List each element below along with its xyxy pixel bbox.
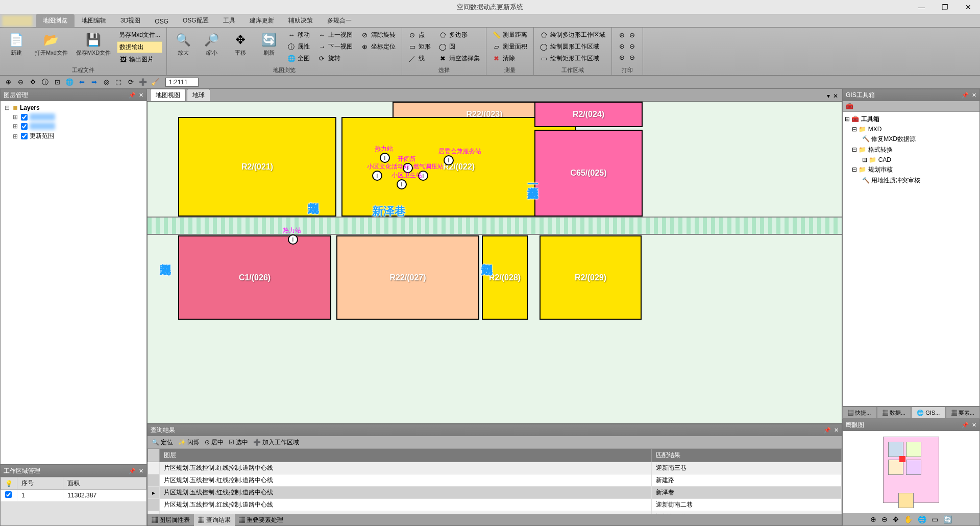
new-button[interactable]: 📄新建	[4, 30, 29, 59]
ribbon-tab-5[interactable]: 工具	[216, 14, 242, 27]
toolbox-node[interactable]: 🔨 修复MXD数据源	[845, 134, 977, 145]
tb-zoomin-icon[interactable]: ⊕	[3, 77, 13, 87]
workarea-row[interactable]: 111302.387	[1, 490, 146, 501]
print-full-button[interactable]: ⊕ ⊖	[616, 52, 639, 62]
rotate-button[interactable]: ⟳旋转	[316, 53, 355, 64]
ov-zoomin-icon[interactable]: ⊕	[870, 515, 876, 523]
parcel[interactable]: R22/(027)	[336, 235, 479, 320]
close-icon[interactable]: ✕	[834, 427, 839, 434]
close-icon[interactable]: ✕	[972, 92, 976, 99]
toolbox-node[interactable]: ⊟ 📁 CAD	[845, 155, 977, 164]
parcel[interactable]: C1/(026)	[178, 235, 331, 320]
query-row[interactable]: 片区规划.五线控制.红线控制.道路中心线新建路	[148, 474, 842, 487]
export-image-button[interactable]: 🖼输出图片	[117, 54, 162, 65]
query-row[interactable]: ▸片区规划.五线控制.红线控制.道路中心线新泽巷	[148, 487, 842, 499]
tb-full-icon[interactable]: ⊡	[52, 77, 62, 87]
tb-target-icon[interactable]: ◎	[101, 77, 111, 87]
poi-point[interactable]: I	[372, 171, 382, 181]
toolbox-node[interactable]: ⊟ 📁 规划审核	[845, 164, 977, 175]
poi-point[interactable]: I	[397, 179, 407, 189]
poi-point[interactable]: I	[380, 153, 390, 163]
tb-identify-icon[interactable]: ⓘ	[40, 77, 50, 87]
draw-circle-wa-button[interactable]: ◯绘制圆形工作区域	[538, 41, 607, 52]
window-minimize[interactable]: —	[910, 0, 933, 14]
pin-icon[interactable]: 📌	[962, 92, 969, 99]
toolbox-node[interactable]: 🔨 用地性质冲突审核	[845, 175, 977, 186]
print-zoomin-button[interactable]: ⊕ ⊖	[616, 30, 639, 40]
bottom-tab-2[interactable]: ▦ 重叠要素处理	[235, 514, 287, 526]
tb-clear-icon[interactable]: 🧹	[150, 77, 160, 87]
attributes-button[interactable]: ⓘ属性	[285, 41, 312, 52]
query-select-button[interactable]: ☑ 选中	[229, 438, 248, 447]
query-row[interactable]: 片区规划.五线控制.红线控制.道路中心线迎新街南二巷	[148, 499, 842, 511]
layer-check-2[interactable]	[21, 133, 28, 139]
prev-view-button[interactable]: ←上一视图	[316, 30, 355, 40]
tb-zoomout-icon[interactable]: ⊖	[15, 77, 26, 87]
tab-map-view[interactable]: 地图视图	[150, 89, 186, 101]
export-data-button[interactable]: 数据输出	[117, 41, 162, 53]
right-tab-3[interactable]: ▦ 要素...	[946, 407, 981, 419]
ov-globe-icon[interactable]: 🌐	[918, 515, 926, 523]
right-tab-0[interactable]: ▦ 快捷...	[842, 407, 877, 419]
close-icon[interactable]: ✕	[139, 468, 143, 474]
query-center-button[interactable]: ⊙ 居中	[205, 438, 224, 447]
tab-globe[interactable]: 地球	[187, 89, 210, 101]
move-button[interactable]: ↔移动	[285, 30, 312, 40]
ov-refresh-icon[interactable]: 🔄	[943, 515, 952, 523]
toolbox-node[interactable]: ⊟ 📁 格式转换	[845, 145, 977, 155]
tb-select-icon[interactable]: ⬚	[113, 77, 124, 87]
open-mxd-button[interactable]: 📂打开Mxd文件	[33, 30, 70, 59]
print-zoomout-button[interactable]: ⊕ ⊖	[616, 41, 639, 51]
overview-map[interactable]	[843, 431, 979, 513]
window-maximize[interactable]: ❐	[933, 0, 957, 14]
layer-check-1[interactable]	[21, 123, 28, 130]
ov-rect-icon[interactable]: ▭	[932, 515, 938, 523]
pin-icon[interactable]: 📌	[129, 468, 136, 474]
tb-next-icon[interactable]: ➡	[89, 77, 99, 87]
pin-icon[interactable]: 📌	[129, 92, 136, 99]
measure-clear-button[interactable]: ✖清除	[491, 53, 529, 64]
pin-icon[interactable]: 📌	[824, 427, 831, 434]
ribbon-tab-3[interactable]: OSG	[148, 16, 176, 27]
ribbon-tab-7[interactable]: 辅助决策	[281, 14, 320, 27]
ribbon-tab-4[interactable]: OSG配置	[176, 14, 216, 27]
full-extent-button[interactable]: 🌐全图	[285, 53, 312, 64]
measure-distance-button[interactable]: 📏测量距离	[491, 30, 529, 40]
bottom-tab-1[interactable]: ▦ 查询结果	[194, 514, 234, 526]
pan-button[interactable]: ✥平移	[228, 30, 253, 59]
poi-point[interactable]: I	[288, 234, 298, 245]
poi-point[interactable]: I	[444, 155, 454, 165]
right-tab-1[interactable]: ▦ 数据...	[877, 407, 912, 419]
zoomin-button[interactable]: 🔍放大	[171, 30, 195, 59]
refresh-button[interactable]: 🔄刷新	[257, 30, 281, 59]
tb-rotate-icon[interactable]: ⟳	[126, 77, 136, 87]
window-close[interactable]: ✕	[957, 0, 980, 14]
next-view-button[interactable]: →下一视图	[316, 41, 355, 52]
draw-polygon-wa-button[interactable]: ⬠绘制多边形工作区域	[538, 30, 607, 40]
select-polygon-button[interactable]: ⬠多边形	[437, 30, 482, 40]
ov-zoomout-icon[interactable]: ⊖	[881, 515, 888, 523]
select-circle-button[interactable]: ◯圆	[437, 41, 482, 52]
ov-hand-icon[interactable]: ✋	[904, 515, 913, 523]
query-add-workarea-button[interactable]: ➕ 加入工作区域	[253, 438, 299, 447]
coord-locate-button[interactable]: ⊕坐标定位	[359, 41, 398, 52]
right-tab-2[interactable]: 🌐 GIS...	[911, 407, 946, 419]
parcel[interactable]: R2/(028)	[482, 235, 528, 320]
toolbox-add-icon[interactable]: 🧰	[846, 103, 853, 110]
select-point-button[interactable]: ⊙点	[406, 30, 433, 40]
scale-combo[interactable]: 1:2111	[165, 78, 199, 87]
tb-pan-icon[interactable]: ✥	[28, 77, 38, 87]
ribbon-tab-0[interactable]: 地图浏览	[36, 14, 75, 27]
parcel[interactable]: R2/(029)	[540, 235, 642, 320]
saveas-mxd-button[interactable]: 另存Mxd文件...	[117, 30, 162, 40]
save-mxd-button[interactable]: 💾保存MXD文件	[74, 30, 113, 59]
tb-globe-icon[interactable]: 🌐	[64, 77, 75, 87]
bottom-tab-0[interactable]: ▦ 图层属性表	[148, 514, 194, 526]
parcel[interactable]: R2/(024)	[534, 102, 643, 127]
ribbon-tab-8[interactable]: 多规合一	[320, 14, 359, 27]
zoomout-button[interactable]: 🔎缩小	[200, 30, 224, 59]
parcel[interactable]: C65/(025)	[534, 130, 643, 217]
close-icon[interactable]: ✕	[972, 422, 976, 428]
ribbon-tab-2[interactable]: 3D视图	[113, 14, 148, 27]
query-flash-button[interactable]: ✨ 闪烁	[178, 438, 200, 447]
